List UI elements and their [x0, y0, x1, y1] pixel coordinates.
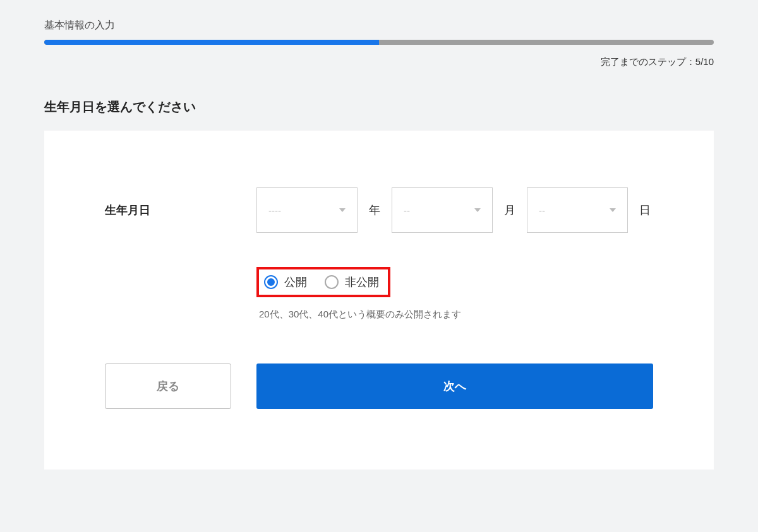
birthday-row: 生年月日 ---- 年 -- 月 -- 日 [105, 187, 653, 233]
radio-icon [264, 275, 278, 289]
month-select[interactable]: -- [392, 187, 493, 233]
month-placeholder: -- [404, 205, 410, 216]
year-placeholder: ---- [268, 205, 281, 216]
next-button[interactable]: 次へ [256, 364, 653, 409]
chevron-down-icon [339, 208, 346, 212]
year-select[interactable]: ---- [256, 187, 358, 233]
chevron-down-icon [474, 208, 481, 212]
day-placeholder: -- [539, 205, 545, 216]
chevron-down-icon [610, 208, 616, 212]
visibility-public-label: 公開 [284, 275, 307, 290]
visibility-private-label: 非公開 [345, 275, 379, 290]
visibility-help-text: 20代、30代、40代という概要のみ公開されます [259, 309, 653, 321]
radio-checked-icon [267, 278, 275, 286]
day-suffix: 日 [639, 203, 651, 218]
month-suffix: 月 [504, 203, 515, 218]
progress-bar [44, 40, 714, 45]
progress-label: 基本情報の入力 [44, 6, 714, 40]
radio-icon [325, 275, 339, 289]
visibility-radio-highlight: 公開 非公開 [256, 267, 390, 297]
day-select[interactable]: -- [527, 187, 628, 233]
back-button[interactable]: 戻る [105, 364, 231, 409]
page-heading: 生年月日を選んでください [44, 68, 714, 131]
year-suffix: 年 [369, 203, 380, 218]
progress-bar-fill [44, 40, 379, 45]
birthday-label: 生年月日 [105, 203, 256, 218]
step-counter: 完了までのステップ：5/10 [44, 45, 714, 68]
visibility-private-radio[interactable]: 非公開 [325, 275, 379, 290]
form-card: 生年月日 ---- 年 -- 月 -- 日 [44, 131, 714, 470]
visibility-public-radio[interactable]: 公開 [264, 275, 307, 290]
